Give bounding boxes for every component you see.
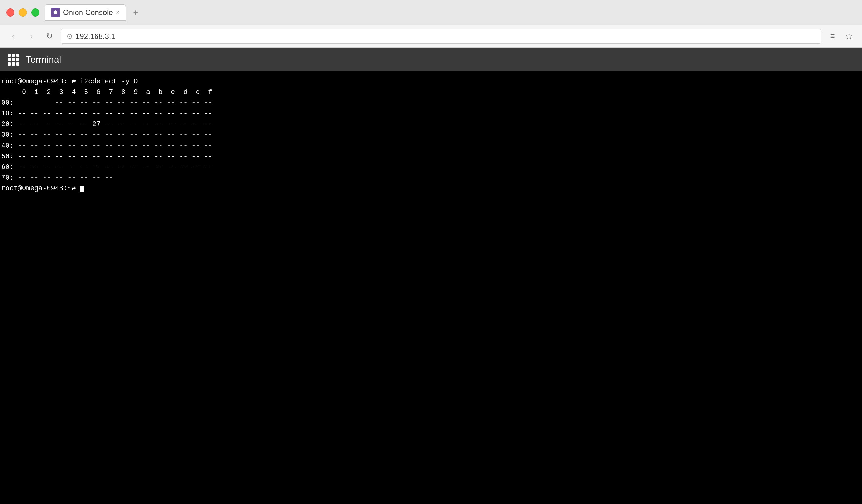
forward-button[interactable]: › xyxy=(24,29,38,43)
url-display: 192.168.3.1 xyxy=(76,32,115,41)
grid-dot xyxy=(12,54,15,57)
titlebar: ⬟ Onion Console × + xyxy=(0,0,862,25)
forward-icon: › xyxy=(30,31,33,41)
grid-dot xyxy=(16,62,19,66)
tab-favicon: ⬟ xyxy=(51,8,60,17)
back-icon: ‹ xyxy=(12,31,15,41)
navbar: ‹ › ↻ ⊙ 192.168.3.1 ≡ ☆ xyxy=(0,25,862,48)
app-header: Terminal xyxy=(0,48,862,71)
minimize-button[interactable] xyxy=(19,9,27,17)
grid-dot xyxy=(12,62,15,66)
bookmark-icon: ☆ xyxy=(845,31,853,41)
bookmark-button[interactable]: ☆ xyxy=(842,29,856,43)
grid-icon[interactable] xyxy=(8,54,19,66)
new-tab-button[interactable]: + xyxy=(129,6,142,19)
reader-button[interactable]: ≡ xyxy=(826,29,839,43)
address-bar[interactable]: ⊙ 192.168.3.1 xyxy=(61,29,821,43)
grid-dot xyxy=(16,58,19,61)
terminal-output: root@Omega-094B:~# i2cdetect -y 0 0 1 2 … xyxy=(0,77,862,194)
maximize-button[interactable] xyxy=(31,9,39,17)
close-button[interactable] xyxy=(6,9,14,17)
browser-tab[interactable]: ⬟ Onion Console × xyxy=(44,4,126,21)
app-title: Terminal xyxy=(26,54,61,65)
grid-dot xyxy=(12,58,15,61)
grid-dot xyxy=(8,62,11,66)
tab-bar: ⬟ Onion Console × + xyxy=(44,4,856,21)
traffic-lights xyxy=(6,9,39,17)
refresh-button[interactable]: ↻ xyxy=(43,29,56,43)
reader-icon: ≡ xyxy=(830,31,835,41)
nav-actions: ≡ ☆ xyxy=(826,29,856,43)
terminal[interactable]: root@Omega-094B:~# i2cdetect -y 0 0 1 2 … xyxy=(0,71,862,504)
refresh-icon: ↻ xyxy=(46,31,53,41)
terminal-cursor xyxy=(80,186,84,193)
tab-title: Onion Console xyxy=(63,8,113,17)
tab-close-button[interactable]: × xyxy=(116,9,120,16)
favicon-icon: ⬟ xyxy=(53,10,58,15)
browser-window: ⬟ Onion Console × + ‹ › ↻ ⊙ 192.168.3.1 … xyxy=(0,0,862,504)
grid-dot xyxy=(16,54,19,57)
back-button[interactable]: ‹ xyxy=(6,29,20,43)
address-icon: ⊙ xyxy=(67,32,73,40)
grid-dot xyxy=(8,58,11,61)
grid-dot xyxy=(8,54,11,57)
